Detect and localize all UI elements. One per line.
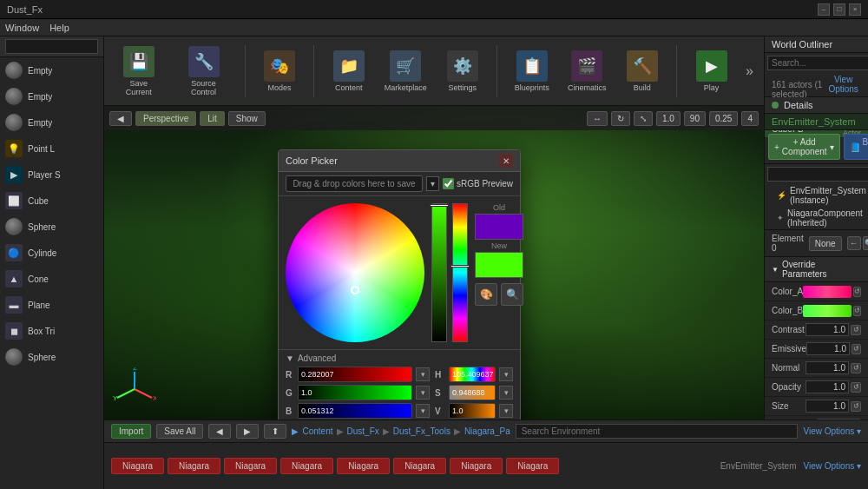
- list-item[interactable]: ▲ Cone: [0, 266, 103, 292]
- settings-button[interactable]: ⚙️ Settings: [438, 47, 486, 96]
- brightness-bar[interactable]: [431, 203, 447, 342]
- cb-tab-6[interactable]: Niagara: [450, 458, 503, 474]
- list-item[interactable]: Sphere: [0, 214, 103, 240]
- normal-reset[interactable]: ↺: [851, 363, 861, 373]
- normal-input[interactable]: 1.0: [806, 361, 849, 374]
- size-reset[interactable]: ↺: [851, 401, 861, 412]
- vp-layer-btn[interactable]: 4: [741, 111, 759, 126]
- dropzone-arrow[interactable]: ▾: [426, 176, 439, 191]
- advanced-header[interactable]: ▼ Advanced: [286, 354, 513, 363]
- viewport[interactable]: ◀ Perspective Lit Show ↔ ↻: [104, 106, 764, 420]
- color-picker-close[interactable]: ✕: [499, 154, 513, 168]
- emissive-reset[interactable]: ↺: [852, 344, 861, 354]
- v-expand[interactable]: ▾: [499, 404, 513, 418]
- minimize-button[interactable]: –: [818, 3, 830, 16]
- vp-grid-btn[interactable]: 0.25: [709, 111, 738, 126]
- r-expand[interactable]: ▾: [416, 367, 430, 381]
- eyedropper-button[interactable]: 🎨: [475, 283, 497, 306]
- color-a-reset[interactable]: ↺: [853, 287, 861, 297]
- opacity-reset[interactable]: ↺: [851, 382, 861, 393]
- s-expand[interactable]: ▾: [499, 386, 513, 400]
- cb-search-input[interactable]: [516, 424, 799, 439]
- cb-up-btn[interactable]: ⬆: [264, 424, 286, 439]
- niagara-component[interactable]: ✦ NiagaraComponent (Inherited): [765, 207, 868, 229]
- cb-nav-dustfxtools[interactable]: Dust_Fx_Tools: [393, 426, 450, 436]
- details-search-input[interactable]: [767, 167, 868, 182]
- show-button[interactable]: Show: [228, 111, 266, 126]
- override-params-header[interactable]: ▼ Override Parameters: [765, 257, 868, 282]
- actor-search-input[interactable]: [5, 39, 98, 54]
- cb-nav-niagara[interactable]: Niagara_Pa: [464, 426, 510, 436]
- cb-forward-btn[interactable]: ▶: [236, 424, 259, 439]
- s-bar[interactable]: 0.948688: [449, 385, 496, 400]
- play-button[interactable]: ▶ Play: [687, 47, 735, 96]
- cb-view-options[interactable]: View Options ▾: [803, 426, 861, 436]
- screen-picker-button[interactable]: 🔍: [501, 283, 523, 306]
- cb-nav-content-label[interactable]: Content: [302, 426, 332, 436]
- cb-tab-1[interactable]: Niagara: [168, 458, 220, 474]
- list-item[interactable]: ◼ Box Tri: [0, 318, 103, 344]
- menu-help[interactable]: Help: [49, 23, 69, 33]
- cb-back-btn[interactable]: ◀: [208, 424, 231, 439]
- v-bar[interactable]: 1.0: [449, 403, 496, 419]
- cb-tab-2[interactable]: Niagara: [224, 458, 277, 474]
- list-item[interactable]: 🔵 Cylinde: [0, 240, 103, 266]
- add-component-button[interactable]: + + Add Component ▾: [768, 134, 840, 160]
- list-item[interactable]: Empty: [0, 83, 103, 109]
- cinematics-button[interactable]: 🎬 Cinematics: [562, 47, 611, 96]
- blueprint-button[interactable]: 📘 Blueprint/Add Script: [844, 134, 868, 160]
- emissive-input[interactable]: 1.0: [806, 342, 850, 355]
- element0-none-btn[interactable]: None: [809, 236, 842, 251]
- list-item[interactable]: Sphere: [0, 344, 103, 370]
- vp-fov-btn[interactable]: 90: [684, 111, 706, 126]
- list-item[interactable]: ▬ Plane: [0, 292, 103, 318]
- color-b-swatch[interactable]: [803, 305, 852, 317]
- menu-window[interactable]: Window: [5, 23, 39, 33]
- g-bar[interactable]: 1.0: [298, 385, 412, 400]
- save-all-button[interactable]: Save All: [156, 424, 203, 439]
- color-wheel[interactable]: [286, 203, 424, 342]
- b-bar[interactable]: 0.051312: [298, 403, 412, 419]
- viewport-nav-back[interactable]: ◀: [109, 111, 132, 126]
- element0-find-btn[interactable]: 🔍: [863, 236, 868, 250]
- blueprints-button[interactable]: 📋 Blueprints: [508, 47, 556, 96]
- cb-tab-7[interactable]: Niagara: [506, 458, 559, 474]
- import-button[interactable]: Import: [111, 424, 151, 439]
- vp-rotate-btn[interactable]: ↻: [611, 111, 630, 126]
- color-b-reset[interactable]: ↺: [853, 306, 861, 316]
- vp-translate-btn[interactable]: ↔: [587, 111, 608, 126]
- perspective-button[interactable]: Perspective: [135, 111, 196, 126]
- vp-scale-btn[interactable]: ⤡: [634, 111, 653, 126]
- opacity-input[interactable]: 1.0: [806, 380, 849, 393]
- build-button[interactable]: 🔨 Build: [618, 47, 666, 96]
- list-item[interactable]: ⬜ Cube: [0, 188, 103, 214]
- maximize-button[interactable]: □: [833, 3, 845, 16]
- cb-tab-4[interactable]: Niagara: [337, 458, 390, 474]
- save-current-button[interactable]: 💾 Save Current: [111, 43, 167, 100]
- toolbar-more-button[interactable]: »: [742, 63, 757, 79]
- list-item[interactable]: Empty: [0, 57, 103, 83]
- r-bar[interactable]: 0.282007: [298, 367, 412, 382]
- cb-tab-0[interactable]: Niagara: [111, 458, 164, 474]
- hue-bar[interactable]: [452, 203, 468, 342]
- content-button[interactable]: 📁 Content: [325, 47, 372, 96]
- cb-tab-5[interactable]: Niagara: [393, 458, 446, 474]
- h-bar[interactable]: 105.409637: [449, 367, 496, 382]
- cb-nav-dustfx[interactable]: Dust_Fx: [347, 426, 379, 436]
- cb-nav-content[interactable]: ▶: [292, 426, 299, 436]
- close-button[interactable]: ×: [849, 3, 861, 16]
- srgb-checkbox[interactable]: [443, 178, 454, 189]
- lit-button[interactable]: Lit: [200, 111, 225, 126]
- contrast-reset[interactable]: ↺: [851, 325, 861, 335]
- contrast-input[interactable]: 1.0: [806, 323, 849, 336]
- list-item[interactable]: 💡 Point L: [0, 135, 103, 162]
- b-expand[interactable]: ▾: [416, 404, 430, 418]
- cb-tab-3[interactable]: Niagara: [280, 458, 333, 474]
- g-expand[interactable]: ▾: [416, 386, 430, 400]
- cb-view-options-2[interactable]: View Options ▾: [803, 461, 861, 471]
- element0-browse-btn[interactable]: ←: [847, 236, 861, 250]
- marketplace-button[interactable]: 🛒 Marketplace: [379, 47, 431, 96]
- source-control-button[interactable]: 🔧 Source Control: [174, 43, 234, 100]
- size-input[interactable]: 1.0: [806, 400, 849, 413]
- h-expand[interactable]: ▾: [499, 367, 513, 381]
